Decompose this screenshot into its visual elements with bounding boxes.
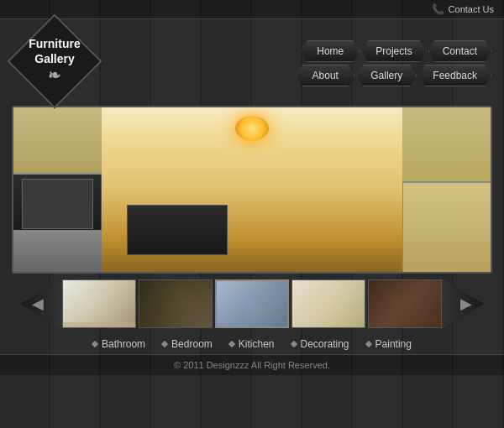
- kitchen-left-panel: [13, 107, 102, 272]
- category-painting-label: Painting: [375, 338, 412, 350]
- logo-line1: Furniture: [29, 36, 80, 51]
- category-dot: [228, 341, 235, 347]
- nav-row-1: Home Projects Contact: [301, 40, 491, 62]
- kitchen-chandelier: [235, 116, 269, 141]
- kitchen-cabinets-right: [402, 107, 491, 183]
- thumb-prev-button[interactable]: ◀: [20, 279, 62, 329]
- navigation: Home Projects Contact About Gallery Feed…: [296, 36, 491, 86]
- category-dot: [92, 341, 98, 347]
- category-dot: [161, 341, 168, 347]
- thumbnail-painting[interactable]: [368, 279, 442, 328]
- thumbnails-container: [62, 279, 442, 328]
- kitchen-center: [102, 107, 402, 272]
- logo[interactable]: Furniture Gallery ❧: [13, 23, 97, 99]
- thumbnails-section: ◀ ▶: [0, 279, 504, 329]
- category-bathroom-label: Bathroom: [102, 338, 145, 350]
- category-painting[interactable]: Painting: [366, 338, 412, 350]
- category-decorating-label: Decorating: [301, 338, 349, 350]
- kitchen-right-panel: [402, 107, 491, 272]
- thumb-next-button[interactable]: ▶: [442, 279, 484, 329]
- contact-us-label: Contact Us: [449, 4, 494, 14]
- nav-projects[interactable]: Projects: [361, 40, 426, 62]
- nav-contact[interactable]: Contact: [428, 40, 491, 62]
- logo-line2: Gallery: [29, 51, 80, 66]
- kitchen-appliance: [22, 179, 93, 229]
- thumbnail-bedroom[interactable]: [139, 279, 213, 328]
- category-decorating[interactable]: Decorating: [291, 338, 349, 350]
- nav-about[interactable]: About: [296, 65, 354, 86]
- category-bedroom[interactable]: Bedroom: [162, 338, 213, 350]
- logo-swirl: ❧: [29, 66, 80, 86]
- footer: © 2011 Designzzz All Right Reserved.: [0, 354, 504, 375]
- kitchen-island: [127, 205, 228, 255]
- kitchen-scene: [13, 107, 491, 272]
- kitchen-counter-left: [13, 230, 102, 272]
- nav-row-2: About Gallery Feedback: [296, 65, 491, 86]
- kitchen-cabinets-left: [13, 107, 102, 175]
- thumbnail-decorating[interactable]: [291, 279, 365, 328]
- nav-gallery[interactable]: Gallery: [356, 65, 417, 86]
- category-kitchen[interactable]: Kitichen: [229, 338, 275, 350]
- category-dot: [365, 341, 371, 347]
- contact-us-link[interactable]: 📞 Contact Us: [432, 3, 494, 15]
- phone-icon: 📞: [432, 3, 444, 15]
- category-nav: Bathroom Bedroom Kitichen Decorating Pai…: [0, 334, 504, 354]
- category-bathroom[interactable]: Bathroom: [92, 338, 145, 350]
- category-kitchen-label: Kitichen: [239, 338, 275, 350]
- logo-text: Furniture Gallery ❧: [29, 36, 80, 86]
- nav-home[interactable]: Home: [301, 40, 360, 62]
- category-dot: [290, 341, 297, 347]
- nav-feedback[interactable]: Feedback: [418, 65, 491, 86]
- thumbnail-kitchen[interactable]: [215, 279, 289, 328]
- top-bar: 📞 Contact Us: [0, 0, 504, 19]
- copyright-text: © 2011 Designzzz All Right Reserved.: [174, 360, 330, 370]
- header: Furniture Gallery ❧ Home Projects Contac…: [0, 19, 504, 99]
- category-bedroom-label: Bedroom: [171, 338, 213, 350]
- main-image: [12, 106, 492, 274]
- thumbnail-bathroom[interactable]: [62, 279, 136, 328]
